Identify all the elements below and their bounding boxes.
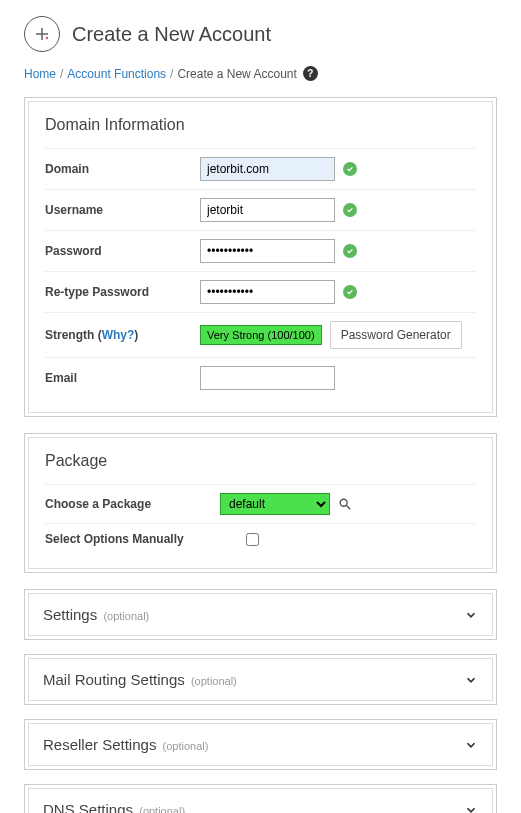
breadcrumb-home[interactable]: Home xyxy=(24,67,56,81)
label-retype-password: Re-type Password xyxy=(45,285,200,299)
chevron-down-icon xyxy=(464,738,478,752)
strength-badge: Very Strong (100/100) xyxy=(200,325,322,345)
package-title: Package xyxy=(45,452,476,470)
svg-point-3 xyxy=(340,499,347,506)
dns-section: DNS Settings (optional) xyxy=(24,784,497,813)
settings-section: Settings (optional) xyxy=(24,589,497,640)
domain-info-title: Domain Information xyxy=(45,116,476,134)
mail-routing-toggle[interactable]: Mail Routing Settings (optional) xyxy=(28,658,493,701)
domain-info-panel: Domain Information Domain Username Passw… xyxy=(24,97,497,417)
label-password: Password xyxy=(45,244,200,258)
email-input[interactable] xyxy=(200,366,335,390)
breadcrumb: Home / Account Functions / Create a New … xyxy=(24,66,497,81)
breadcrumb-sep: / xyxy=(170,67,173,81)
row-email: Email xyxy=(45,357,476,398)
row-select-manually: Select Options Manually xyxy=(45,523,476,554)
breadcrumb-current: Create a New Account xyxy=(177,67,296,81)
domain-input[interactable] xyxy=(200,157,335,181)
check-icon xyxy=(343,162,357,176)
svg-point-2 xyxy=(46,37,48,39)
label-select-manually: Select Options Manually xyxy=(45,532,220,546)
check-icon xyxy=(343,285,357,299)
row-domain: Domain xyxy=(45,148,476,189)
label-choose-package: Choose a Package xyxy=(45,497,220,511)
row-username: Username xyxy=(45,189,476,230)
package-select[interactable]: default xyxy=(220,493,330,515)
select-manually-checkbox[interactable] xyxy=(246,533,259,546)
page-title: Create a New Account xyxy=(72,23,271,46)
row-password: Password xyxy=(45,230,476,271)
mail-routing-section: Mail Routing Settings (optional) xyxy=(24,654,497,705)
reseller-toggle[interactable]: Reseller Settings (optional) xyxy=(28,723,493,766)
username-input[interactable] xyxy=(200,198,335,222)
password-generator-button[interactable]: Password Generator xyxy=(330,321,462,349)
chevron-down-icon xyxy=(464,803,478,814)
label-domain: Domain xyxy=(45,162,200,176)
reseller-section: Reseller Settings (optional) xyxy=(24,719,497,770)
why-link[interactable]: Why? xyxy=(102,328,135,342)
dns-toggle[interactable]: DNS Settings (optional) xyxy=(28,788,493,813)
chevron-down-icon xyxy=(464,673,478,687)
breadcrumb-sep: / xyxy=(60,67,63,81)
label-email: Email xyxy=(45,371,200,385)
label-username: Username xyxy=(45,203,200,217)
settings-toggle[interactable]: Settings (optional) xyxy=(28,593,493,636)
check-icon xyxy=(343,203,357,217)
help-icon[interactable]: ? xyxy=(303,66,318,81)
search-icon[interactable] xyxy=(338,497,352,511)
add-user-icon xyxy=(24,16,60,52)
check-icon xyxy=(343,244,357,258)
breadcrumb-account-functions[interactable]: Account Functions xyxy=(67,67,166,81)
password-input[interactable] xyxy=(200,239,335,263)
page-header: Create a New Account xyxy=(24,16,497,52)
row-strength: Strength (Why?) Very Strong (100/100) Pa… xyxy=(45,312,476,357)
svg-line-4 xyxy=(347,506,351,510)
chevron-down-icon xyxy=(464,608,478,622)
row-retype-password: Re-type Password xyxy=(45,271,476,312)
label-strength: Strength (Why?) xyxy=(45,328,200,342)
retype-password-input[interactable] xyxy=(200,280,335,304)
row-choose-package: Choose a Package default xyxy=(45,484,476,523)
package-panel: Package Choose a Package default Select … xyxy=(24,433,497,573)
